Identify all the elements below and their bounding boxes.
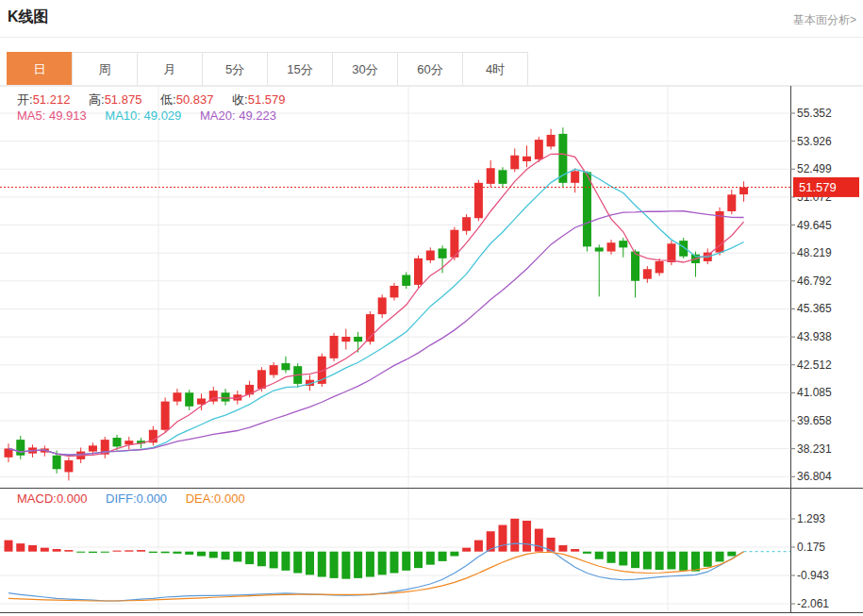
candle-up [414, 258, 423, 285]
tab-15min[interactable]: 15分 [267, 52, 333, 86]
candle-up [270, 365, 278, 375]
macd-hist-bar [390, 552, 398, 574]
candle-up [547, 135, 556, 146]
candle-up [341, 337, 350, 341]
chart-area[interactable]: 55.35253.92652.49951.07249.64548.21946.7… [0, 86, 863, 616]
macd-hist-bar [426, 552, 435, 565]
macd-tick-label: 0.175 [797, 541, 825, 554]
macd-hist-bar [41, 548, 49, 552]
candle-up [656, 261, 664, 273]
ohlc-readout: 开:51.212 高:51.875 低:50.837 收:51.579 [17, 92, 300, 108]
macd-hist-bar [209, 552, 218, 558]
high-readout: 高:51.875 [89, 92, 141, 107]
macd-hist-bar [16, 543, 25, 552]
candle-down [439, 248, 447, 258]
tab-30min[interactable]: 30分 [332, 52, 398, 86]
kline-chart-svg: 55.35253.92652.49951.07249.64548.21946.7… [0, 86, 863, 616]
candle-down [16, 440, 25, 456]
macd-hist-bar [704, 552, 712, 567]
macd-hist-bar [76, 552, 85, 553]
price-tick-label: 36.804 [797, 470, 832, 483]
candle-down [354, 337, 362, 341]
candle-up [173, 392, 181, 401]
page-title: K线图 [8, 8, 49, 27]
ma5-readout: MA5: 49.913 [17, 108, 87, 123]
macd-hist-bar [691, 552, 700, 572]
macd-hist-bar [185, 552, 193, 555]
candle-up [378, 297, 387, 314]
price-tick-label: 55.352 [797, 107, 832, 120]
macd-hist-bar [727, 552, 736, 557]
price-tick-label: 41.085 [797, 386, 832, 399]
tab-60min[interactable]: 60分 [397, 52, 463, 86]
candle-up [426, 251, 435, 260]
candle-up [161, 402, 170, 430]
candle-down [498, 170, 506, 184]
macd-hist-bar [558, 545, 567, 552]
macd-hist-bar [474, 541, 483, 552]
macd-hist-bar [439, 552, 447, 561]
macd-hist-bar [137, 550, 145, 552]
macd-hist-bar [523, 521, 531, 552]
candle-up [89, 445, 97, 451]
fundamental-analysis-link[interactable]: 基本面分析> [793, 12, 856, 28]
candle-up [462, 217, 471, 231]
tab-week[interactable]: 周 [72, 52, 138, 86]
macd-hist-bar [679, 552, 688, 571]
macd-hist-bar [402, 552, 410, 571]
macd-hist-bar [571, 549, 579, 552]
candle-up [330, 336, 339, 358]
macd-hist-bar [583, 552, 591, 554]
candle-up [667, 243, 675, 262]
macd-hist-bar [149, 552, 158, 553]
candle-down [281, 363, 290, 370]
candle-down [595, 247, 604, 251]
macd-hist-bar [281, 552, 290, 571]
candle-up [716, 211, 724, 253]
candle-up [739, 187, 748, 194]
open-readout: 开:51.212 [17, 92, 70, 107]
candle-down [53, 456, 61, 470]
macd-hist-bar [245, 552, 254, 564]
macd-hist-bar [535, 529, 543, 552]
interval-tabbar: 日 周 月 5分 15分 30分 60分 4时 [8, 52, 528, 86]
macd-hist-bar [124, 550, 133, 551]
candle-up [487, 168, 495, 184]
tab-month[interactable]: 月 [137, 52, 203, 86]
macd-hist-bar [173, 552, 181, 554]
candle-down [222, 392, 230, 401]
ma-readout: MA5: 49.913 MA10: 49.029 MA20: 49.223 [17, 108, 291, 123]
candle-down [583, 172, 591, 246]
candle-up [523, 157, 531, 161]
tab-4hour[interactable]: 4时 [462, 52, 528, 86]
dea-value-readout: DEA:0.000 [186, 491, 245, 506]
macd-hist-bar [414, 552, 423, 568]
macd-hist-bar [222, 552, 230, 560]
candle-up [571, 171, 579, 182]
macd-hist-bar [462, 548, 471, 552]
macd-hist-bar [28, 545, 37, 552]
candle-up [607, 242, 616, 251]
macd-hist-bar [716, 552, 724, 562]
candle-up [64, 460, 73, 472]
macd-hist-bar [607, 552, 616, 563]
macd-hist-bar [293, 552, 302, 574]
macd-tick-label: 1.293 [797, 512, 825, 525]
macd-hist-bar [53, 549, 61, 552]
tab-5min[interactable]: 5分 [202, 52, 268, 86]
ma20-line [8, 211, 744, 455]
close-readout: 收:51.579 [232, 92, 285, 107]
macd-hist-bar [595, 552, 604, 559]
macd-hist-bar [354, 552, 362, 578]
macd-hist-bar [631, 552, 639, 568]
header: K线图 基本面分析> [0, 0, 863, 38]
price-tick-label: 49.645 [797, 219, 832, 232]
macd-hist-bar [619, 552, 627, 566]
candle-up [257, 370, 266, 389]
macd-hist-bar [306, 552, 314, 575]
macd-hist-bar [89, 552, 97, 553]
tab-day[interactable]: 日 [7, 52, 73, 86]
ma10-readout: MA10: 49.029 [105, 108, 181, 123]
macd-value-readout: MACD:0.000 [17, 491, 87, 506]
macd-tick-label: -0.943 [797, 569, 829, 582]
